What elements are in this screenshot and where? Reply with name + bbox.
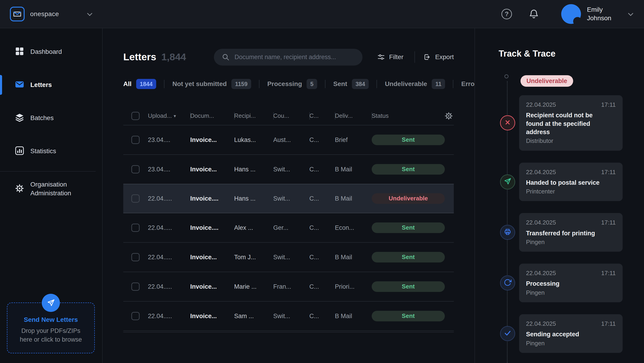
table-row[interactable]: 22.04..... Invoice... Sam ... Swit... C.… [123, 302, 454, 331]
table-row[interactable]: 22.04..... Invoice.... Hans ... Swit... … [123, 184, 454, 213]
onespace-logo-icon [10, 7, 24, 22]
event-date: 22.04.2025 [526, 168, 556, 176]
sidebar-item[interactable]: Statistics [0, 138, 102, 164]
tab[interactable]: Sent 384 [333, 79, 385, 89]
table-row[interactable]: 22.04..... Invoice... Marie ... Fran... … [123, 272, 454, 302]
cell-document: Invoice... [190, 166, 234, 173]
app-root: onespace ? Emily Johnson [0, 0, 644, 363]
tab-label: Sent [333, 80, 347, 88]
filter-label: Filter [389, 53, 404, 61]
sidebar-item[interactable]: Letters [0, 72, 102, 98]
cell-recipient: Lukas... [234, 136, 273, 144]
cell-upload-date: 23.04.... [148, 136, 190, 144]
row-checkbox[interactable] [131, 224, 140, 232]
column-header[interactable]: Deliv... [335, 112, 372, 120]
export-button[interactable]: Export [423, 53, 454, 61]
page-count: 1,844 [161, 51, 186, 63]
table-row[interactable]: 22.04..... Invoice.... Alex ... Ger... C… [123, 213, 454, 243]
column-settings-gear-icon[interactable] [444, 111, 453, 120]
event-source: Pingen [526, 238, 616, 246]
column-header[interactable]: C... [309, 112, 335, 120]
sidebar-item[interactable]: Dashboard [0, 39, 102, 64]
column-header[interactable]: Status [372, 112, 454, 120]
cell-city: C... [309, 195, 335, 202]
cell-country: Ger... [273, 224, 309, 232]
cell-recipient: Hans ... [234, 195, 273, 202]
event-title: Handed to postal service [526, 178, 611, 187]
tab-count-badge: 1844 [136, 79, 156, 89]
page-header: Letters 1,844 Filter [123, 48, 454, 66]
cell-document: Invoice... [190, 312, 234, 320]
sort-desc-icon: ▾ [174, 113, 176, 119]
cell-document: Invoice... [190, 283, 234, 290]
cell-recipient: Hans ... [234, 166, 273, 173]
status-badge: Sent [372, 134, 445, 145]
tab-count-badge: 11 [432, 79, 445, 89]
event-time: 17:11 [601, 320, 616, 327]
envelope-icon [14, 79, 24, 90]
topbar: onespace ? Emily Johnson [0, 0, 644, 28]
cell-recipient: Sam ... [234, 312, 273, 320]
cell-upload-date: 22.04..... [148, 254, 190, 261]
event-title: Recipient could not be found at the spec… [526, 111, 611, 136]
help-icon[interactable]: ? [502, 9, 512, 19]
table-row[interactable]: 23.04.... Invoice... Hans ... Swit... C.… [123, 155, 454, 184]
notifications-bell-icon[interactable] [528, 9, 539, 19]
cell-upload-date: 22.04..... [148, 224, 190, 232]
tab[interactable]: All 1844 [123, 79, 172, 89]
search-bar[interactable] [214, 49, 362, 66]
topbar-actions: ? Emily Johnson [502, 4, 632, 24]
tab[interactable]: Processing 5 [267, 79, 333, 89]
filter-button[interactable]: Filter [377, 53, 404, 61]
event-icon [500, 225, 515, 240]
table-row[interactable]: 22.04..... Invoice... Tom J... Swit... C… [123, 243, 454, 272]
search-input[interactable] [234, 54, 355, 61]
sidebar-item[interactable]: Organisation Administration [0, 176, 102, 202]
column-header[interactable]: Cou... [273, 112, 309, 120]
row-checkbox[interactable] [131, 282, 140, 291]
tab-label: Not yet submitted [172, 80, 226, 88]
tab[interactable]: Not yet submitted 1159 [172, 79, 267, 89]
gear-icon [14, 183, 24, 194]
filter-sliders-icon [377, 53, 385, 61]
cell-country: Swit... [273, 166, 309, 173]
tab-count-badge: 1159 [232, 79, 251, 89]
event-icon [500, 174, 515, 190]
page-title: Letters [123, 51, 156, 63]
timeline-start-dot [504, 74, 508, 78]
column-header[interactable]: Docum... [190, 112, 234, 120]
table-row[interactable]: 23.04.... Invoice... Lukas... Aust... C.… [123, 125, 454, 155]
tab[interactable]: Undeliverable 11 [385, 79, 461, 89]
event-time: 17:11 [601, 219, 616, 226]
column-divider [190, 112, 191, 120]
bar-chart-icon [14, 146, 24, 157]
row-checkbox[interactable] [131, 136, 140, 144]
upload-dropzone[interactable]: Send New Letters Drop your PDFs/ZIPs her… [7, 302, 95, 353]
cell-delivery: B Mail [335, 166, 372, 173]
cell-delivery: B Mail [335, 312, 372, 320]
cell-delivery: B Mail [335, 195, 372, 202]
select-all-checkbox[interactable] [131, 112, 140, 120]
toolbar-divider [414, 51, 415, 63]
event-source: Pingen [526, 289, 616, 296]
user-name: Emily Johnson [587, 6, 619, 22]
error-x-icon [504, 118, 512, 127]
cell-country: Swit... [273, 195, 309, 202]
cell-country: Aust... [273, 136, 309, 144]
column-header[interactable]: Upload... ▾ [148, 112, 190, 120]
row-checkbox[interactable] [131, 312, 140, 320]
event-title: Transferred for printing [526, 229, 611, 238]
column-divider [234, 112, 234, 120]
cell-upload-date: 22.04..... [148, 283, 190, 290]
export-label: Export [435, 53, 454, 61]
row-checkbox[interactable] [131, 194, 140, 203]
row-checkbox[interactable] [131, 165, 140, 174]
printer-icon [504, 228, 512, 237]
sidebar-item[interactable]: Batches [0, 105, 102, 131]
column-header[interactable]: Recipi... [234, 112, 273, 120]
user-menu[interactable]: Emily Johnson [561, 4, 632, 24]
row-checkbox[interactable] [131, 253, 140, 261]
tab[interactable]: Errors [461, 80, 474, 88]
cell-country: Swit... [273, 312, 309, 320]
workspace-switcher[interactable]: onespace [10, 7, 92, 22]
